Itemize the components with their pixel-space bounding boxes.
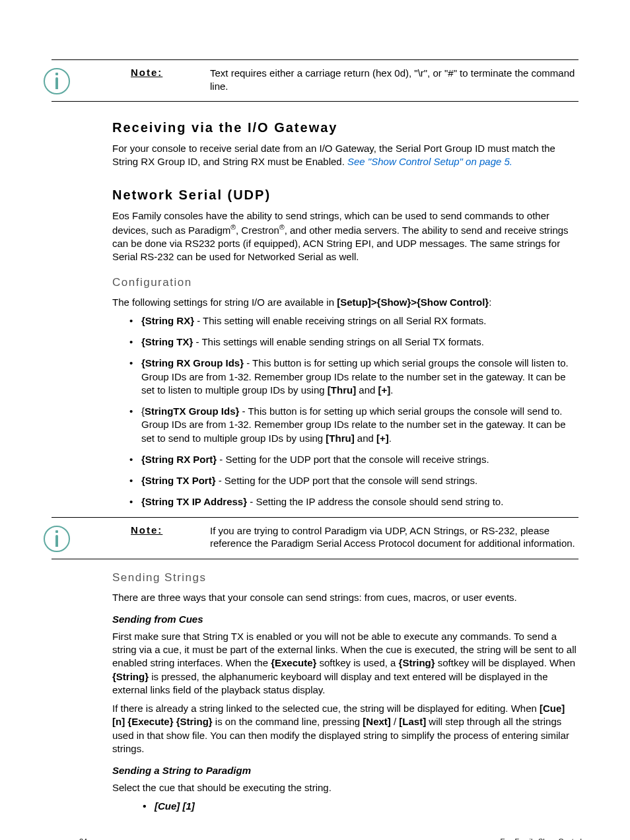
registered-icon: ® [230,223,236,231]
cross-ref-link[interactable]: See "Show Control Setup" on page 5. [347,156,512,167]
list-item: {String RX} - This setting will enable r… [141,314,578,328]
nested-list: [Cue] [1] [112,800,578,813]
info-icon [44,68,70,94]
list-item: {String RX Port} - Setting for the UDP p… [141,453,578,466]
list-item: {String TX} - This settings will enable … [141,335,578,349]
heading-receiving: Receiving via the I/O Gateway [112,120,578,135]
heading-network-serial: Network Serial (UDP) [112,188,578,203]
list-item: {String TX IP Address} - Setting the IP … [141,495,578,508]
list-item: [Cue] [1] [155,800,578,813]
note-label: Note: [131,67,210,78]
list-item: {StringTX Group Ids} - This button is fo… [141,405,578,445]
note-block-1: Note: Text requires either a carriage re… [52,59,578,102]
note-text: If you are trying to control Paradigm vi… [210,524,578,550]
note-label: Note: [131,524,210,536]
note-block-2: Note: If you are trying to control Parad… [52,517,578,559]
paragraph-receiving: For your console to receive serial date … [112,142,578,169]
note-text: Text requires either a carriage return (… [210,67,578,92]
heading-sending-from-cues: Sending from Cues [112,613,578,625]
paragraph-cues-2: If there is already a string linked to t… [112,702,578,755]
paragraph-cues-1: First make sure that String TX is enable… [112,630,578,697]
config-bullet-list: {String RX} - This setting will enable r… [112,314,578,509]
paragraph-config-intro: The following settings for string I/O ar… [112,296,578,309]
info-icon [44,526,70,552]
heading-sending-strings: Sending Strings [112,571,578,584]
doc-title: Eos Family Show Control [501,837,582,841]
page-number: 24 [79,837,87,841]
list-item: {String TX Port} - Setting for the UDP p… [141,474,578,487]
heading-configuration: Configuration [112,276,578,289]
paragraph-sending-intro: There are three ways that your console c… [112,591,578,604]
page-footer: 24 Eos Family Show Control [79,837,582,841]
registered-icon: ® [279,223,285,231]
heading-sending-paradigm: Sending a String to Paradigm [112,765,578,776]
paragraph-network: Eos Family consoles have the ability to … [112,209,578,264]
paragraph-paradigm: Select the cue that should be executing … [112,781,578,794]
list-item: {String RX Group Ids} - This button is f… [141,357,578,397]
